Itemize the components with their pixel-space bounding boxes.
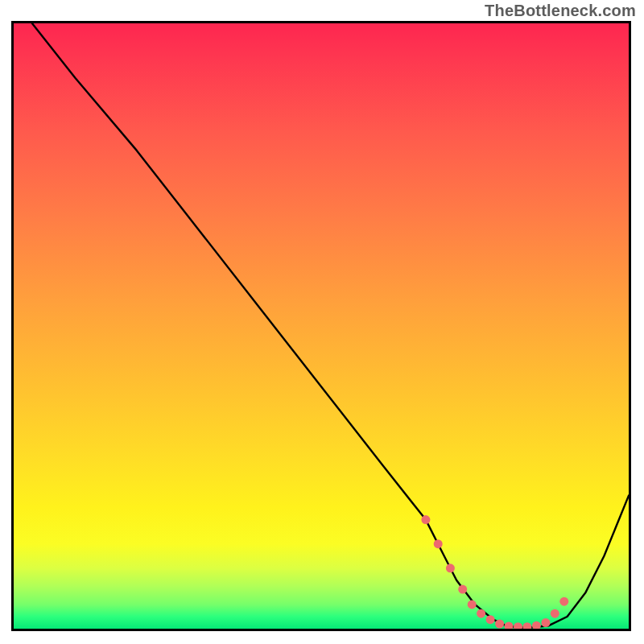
sweet-spot-marker bbox=[522, 622, 531, 629]
sweet-spot-marker bbox=[434, 539, 443, 548]
sweet-spot-marker bbox=[532, 621, 541, 629]
curve-layer bbox=[14, 23, 629, 629]
chart-container: TheBottleneck.com bbox=[0, 0, 644, 644]
sweet-spot-marker bbox=[477, 609, 485, 618]
sweet-spot-marker bbox=[514, 622, 522, 629]
sweet-spot-marker bbox=[551, 609, 559, 618]
sweet-spot-marker bbox=[458, 585, 467, 594]
sweet-spot-marker bbox=[541, 618, 550, 627]
sweet-spot-marker bbox=[559, 597, 568, 606]
plot-frame bbox=[11, 21, 631, 631]
sweet-spot-marker bbox=[505, 622, 514, 630]
sweet-spot-marker bbox=[421, 515, 430, 524]
sweet-spot-marker bbox=[495, 620, 504, 629]
bottleneck-curve-path bbox=[32, 23, 629, 628]
watermark-text: TheBottleneck.com bbox=[485, 2, 636, 20]
sweet-spot-marker bbox=[468, 600, 477, 609]
sweet-spot-marker bbox=[446, 564, 455, 572]
sweet-spot-marker bbox=[486, 615, 495, 624]
